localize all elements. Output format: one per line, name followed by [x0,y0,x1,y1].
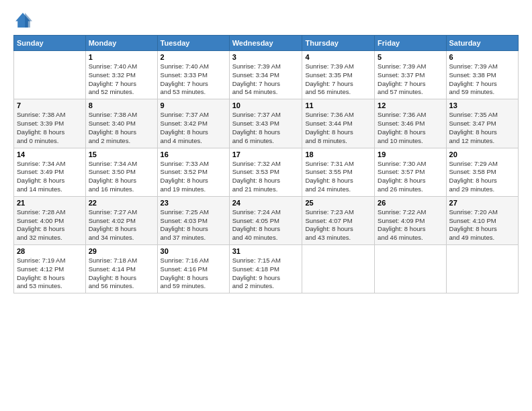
calendar-body: 1Sunrise: 7:40 AMSunset: 3:32 PMDaylight… [14,51,519,293]
day-info: Sunrise: 7:39 AMSunset: 3:34 PMDaylight:… [232,62,300,97]
day-info: Sunrise: 7:32 AMSunset: 3:53 PMDaylight:… [232,160,300,194]
day-header-tuesday: Tuesday [157,36,229,51]
day-info: Sunrise: 7:39 AMSunset: 3:37 PMDaylight:… [378,62,443,97]
day-number: 26 [378,199,443,207]
day-number: 11 [305,101,371,109]
day-header-friday: Friday [375,36,446,51]
day-info: Sunrise: 7:19 AMSunset: 4:12 PMDaylight:… [17,257,83,291]
day-number: 24 [232,199,300,207]
day-info: Sunrise: 7:40 AMSunset: 3:33 PMDaylight:… [161,62,226,97]
day-cell: 10Sunrise: 7:37 AMSunset: 3:43 PMDayligh… [229,99,302,148]
day-cell: 24Sunrise: 7:24 AMSunset: 4:05 PMDayligh… [229,196,302,244]
day-number: 8 [89,101,154,109]
day-info: Sunrise: 7:37 AMSunset: 3:43 PMDaylight:… [232,111,300,145]
day-cell: 4Sunrise: 7:39 AMSunset: 3:35 PMDaylight… [302,51,375,99]
day-info: Sunrise: 7:36 AMSunset: 3:46 PMDaylight:… [378,111,443,145]
day-number: 3 [232,53,300,61]
week-row-1: 1Sunrise: 7:40 AMSunset: 3:32 PMDaylight… [14,51,519,99]
day-cell: 11Sunrise: 7:36 AMSunset: 3:44 PMDayligh… [302,99,375,148]
day-cell [14,51,86,99]
calendar-table: SundayMondayTuesdayWednesdayThursdayFrid… [13,35,519,293]
day-cell [446,245,518,293]
day-number: 30 [161,247,226,255]
day-number: 5 [378,53,443,61]
day-info: Sunrise: 7:28 AMSunset: 4:00 PMDaylight:… [17,208,83,242]
day-cell: 9Sunrise: 7:37 AMSunset: 3:42 PMDaylight… [157,99,229,148]
day-info: Sunrise: 7:18 AMSunset: 4:14 PMDaylight:… [89,257,154,291]
day-info: Sunrise: 7:38 AMSunset: 3:40 PMDaylight:… [89,111,154,145]
day-number: 12 [378,101,443,109]
day-info: Sunrise: 7:39 AMSunset: 3:35 PMDaylight:… [305,62,371,97]
day-info: Sunrise: 7:34 AMSunset: 3:50 PMDaylight:… [89,160,154,194]
day-cell: 5Sunrise: 7:39 AMSunset: 3:37 PMDaylight… [375,51,446,99]
days-header-row: SundayMondayTuesdayWednesdayThursdayFrid… [14,36,519,51]
day-cell: 7Sunrise: 7:38 AMSunset: 3:39 PMDaylight… [14,99,86,148]
day-number: 21 [17,199,83,207]
week-row-2: 7Sunrise: 7:38 AMSunset: 3:39 PMDaylight… [14,99,519,148]
day-number: 17 [232,150,300,158]
day-cell: 31Sunrise: 7:15 AMSunset: 4:18 PMDayligh… [229,245,302,293]
day-cell: 30Sunrise: 7:16 AMSunset: 4:16 PMDayligh… [157,245,229,293]
day-cell: 14Sunrise: 7:34 AMSunset: 3:49 PMDayligh… [14,148,86,196]
day-info: Sunrise: 7:38 AMSunset: 3:39 PMDaylight:… [17,111,83,145]
logo-icon [13,11,32,30]
day-info: Sunrise: 7:29 AMSunset: 3:58 PMDaylight:… [449,160,515,194]
day-cell: 2Sunrise: 7:40 AMSunset: 3:33 PMDaylight… [157,51,229,99]
day-cell: 18Sunrise: 7:31 AMSunset: 3:55 PMDayligh… [302,148,375,196]
day-info: Sunrise: 7:25 AMSunset: 4:03 PMDaylight:… [161,208,226,242]
day-number: 7 [17,101,83,109]
day-cell: 1Sunrise: 7:40 AMSunset: 3:32 PMDaylight… [85,51,157,99]
day-number: 14 [17,150,83,158]
day-number: 15 [89,150,154,158]
header [13,11,519,30]
day-number: 28 [17,247,83,255]
day-info: Sunrise: 7:31 AMSunset: 3:55 PMDaylight:… [305,160,371,194]
calendar-header: SundayMondayTuesdayWednesdayThursdayFrid… [14,36,519,51]
day-number: 1 [89,53,154,61]
day-number: 18 [305,150,371,158]
day-info: Sunrise: 7:23 AMSunset: 4:07 PMDaylight:… [305,208,371,242]
day-number: 29 [89,247,154,255]
day-cell: 26Sunrise: 7:22 AMSunset: 4:09 PMDayligh… [375,196,446,244]
day-cell [302,245,375,293]
day-number: 9 [161,101,226,109]
day-number: 13 [449,101,515,109]
day-cell: 28Sunrise: 7:19 AMSunset: 4:12 PMDayligh… [14,245,86,293]
day-info: Sunrise: 7:33 AMSunset: 3:52 PMDaylight:… [161,160,226,194]
svg-marker-1 [25,13,32,28]
day-header-saturday: Saturday [446,36,518,51]
day-number: 6 [449,53,515,61]
day-cell: 27Sunrise: 7:20 AMSunset: 4:10 PMDayligh… [446,196,518,244]
day-info: Sunrise: 7:37 AMSunset: 3:42 PMDaylight:… [161,111,226,145]
day-cell: 19Sunrise: 7:30 AMSunset: 3:57 PMDayligh… [375,148,446,196]
day-info: Sunrise: 7:16 AMSunset: 4:16 PMDaylight:… [161,257,226,291]
day-cell: 25Sunrise: 7:23 AMSunset: 4:07 PMDayligh… [302,196,375,244]
day-cell [375,245,446,293]
day-info: Sunrise: 7:36 AMSunset: 3:44 PMDaylight:… [305,111,371,145]
week-row-3: 14Sunrise: 7:34 AMSunset: 3:49 PMDayligh… [14,148,519,196]
day-info: Sunrise: 7:27 AMSunset: 4:02 PMDaylight:… [89,208,154,242]
day-header-monday: Monday [85,36,157,51]
day-cell: 20Sunrise: 7:29 AMSunset: 3:58 PMDayligh… [446,148,518,196]
day-info: Sunrise: 7:35 AMSunset: 3:47 PMDaylight:… [449,111,515,145]
week-row-4: 21Sunrise: 7:28 AMSunset: 4:00 PMDayligh… [14,196,519,244]
page: SundayMondayTuesdayWednesdayThursdayFrid… [0,0,532,411]
day-number: 20 [449,150,515,158]
day-header-wednesday: Wednesday [229,36,302,51]
day-number: 25 [305,199,371,207]
day-cell: 15Sunrise: 7:34 AMSunset: 3:50 PMDayligh… [85,148,157,196]
day-cell: 13Sunrise: 7:35 AMSunset: 3:47 PMDayligh… [446,99,518,148]
day-cell: 12Sunrise: 7:36 AMSunset: 3:46 PMDayligh… [375,99,446,148]
day-cell: 17Sunrise: 7:32 AMSunset: 3:53 PMDayligh… [229,148,302,196]
day-number: 19 [378,150,443,158]
day-info: Sunrise: 7:15 AMSunset: 4:18 PMDaylight:… [232,257,300,291]
day-number: 4 [305,53,371,61]
day-info: Sunrise: 7:22 AMSunset: 4:09 PMDaylight:… [378,208,443,242]
day-cell: 21Sunrise: 7:28 AMSunset: 4:00 PMDayligh… [14,196,86,244]
day-info: Sunrise: 7:24 AMSunset: 4:05 PMDaylight:… [232,208,300,242]
day-header-thursday: Thursday [302,36,375,51]
day-cell: 29Sunrise: 7:18 AMSunset: 4:14 PMDayligh… [85,245,157,293]
day-info: Sunrise: 7:20 AMSunset: 4:10 PMDaylight:… [449,208,515,242]
week-row-5: 28Sunrise: 7:19 AMSunset: 4:12 PMDayligh… [14,245,519,293]
day-info: Sunrise: 7:34 AMSunset: 3:49 PMDaylight:… [17,160,83,194]
